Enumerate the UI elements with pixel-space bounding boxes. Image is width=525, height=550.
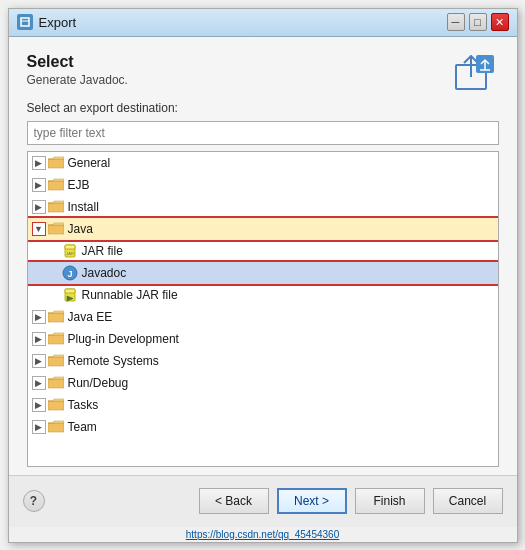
tree-label-runnable-jar: Runnable JAR file [82,288,178,302]
page-subtitle: Generate Javadoc. [27,73,451,87]
expand-plugin-dev[interactable]: ▶ [32,332,46,346]
expand-java[interactable]: ▼ [32,222,46,236]
svg-text:JAR: JAR [66,251,74,256]
expand-remote-systems[interactable]: ▶ [32,354,46,368]
title-bar: Export ─ □ ✕ [9,9,517,37]
svg-text:J: J [67,269,72,279]
expand-install[interactable]: ▶ [32,200,46,214]
folder-icon-general [48,156,64,169]
svg-rect-0 [21,18,29,26]
expand-team[interactable]: ▶ [32,420,46,434]
finish-button[interactable]: Finish [355,488,425,514]
dialog-content: Select Generate Javadoc. Select an expor… [9,37,517,475]
tree-item-runnable-jar[interactable]: Runnable JAR file [28,284,498,306]
folder-icon-tasks [48,398,64,411]
maximize-button[interactable]: □ [469,13,487,31]
window-controls: ─ □ ✕ [447,13,509,31]
window-icon [17,14,33,30]
folder-icon-team [48,420,64,433]
tree-label-team: Team [68,420,97,434]
expand-run-debug[interactable]: ▶ [32,376,46,390]
tree-item-tasks[interactable]: ▶ Tasks [28,394,498,416]
tree-item-java[interactable]: ▼ Java [28,218,498,240]
runnable-icon [62,288,78,302]
action-buttons: < Back Next > Finish Cancel [199,488,503,514]
filter-input[interactable] [27,121,499,145]
next-button[interactable]: Next > [277,488,347,514]
folder-icon-run-debug [48,376,64,389]
folder-icon-plugin-dev [48,332,64,345]
folder-icon-java-ee [48,310,64,323]
tree-item-jar-file[interactable]: JAR JAR file [28,240,498,262]
jar-icon: JAR [62,244,78,258]
export-icon-box [451,53,499,93]
export-tree[interactable]: ▶ General ▶ EJB ▶ [27,151,499,467]
back-button[interactable]: < Back [199,488,269,514]
tree-label-remote-systems: Remote Systems [68,354,159,368]
tree-label-jar-file: JAR file [82,244,123,258]
tree-item-general[interactable]: ▶ General [28,152,498,174]
minimize-button[interactable]: ─ [447,13,465,31]
expand-tasks[interactable]: ▶ [32,398,46,412]
expand-general[interactable]: ▶ [32,156,46,170]
tree-item-remote-systems[interactable]: ▶ Remote Systems [28,350,498,372]
svg-rect-8 [65,245,75,249]
tree-item-team[interactable]: ▶ Team [28,416,498,438]
tree-item-install[interactable]: ▶ Install [28,196,498,218]
folder-icon-java [48,222,64,235]
tree-label-ejb: EJB [68,178,90,192]
close-button[interactable]: ✕ [491,13,509,31]
export-window: Export ─ □ ✕ Select Generate Javadoc. [8,8,518,543]
cancel-button[interactable]: Cancel [433,488,503,514]
export-icon [454,55,496,91]
tree-item-java-ee[interactable]: ▶ Java EE [28,306,498,328]
tree-label-install: Install [68,200,99,214]
tree-item-ejb[interactable]: ▶ EJB [28,174,498,196]
tree-label-java-ee: Java EE [68,310,113,324]
tree-label-run-debug: Run/Debug [68,376,129,390]
page-title: Select [27,53,451,71]
tree-label-java: Java [68,222,93,236]
svg-rect-13 [65,289,75,293]
window-title: Export [39,15,447,30]
tree-label-general: General [68,156,111,170]
url-bar: https://blog.csdn.net/qq_45454360 [9,527,517,542]
tree-label-plugin-dev: Plug-in Development [68,332,179,346]
javadoc-icon: J [62,265,78,281]
dialog-footer: ? < Back Next > Finish Cancel [9,475,517,527]
folder-icon-remote-systems [48,354,64,367]
tree-item-javadoc[interactable]: J Javadoc [28,262,498,284]
tree-label-javadoc: Javadoc [82,266,127,280]
tree-item-plugin-dev[interactable]: ▶ Plug-in Development [28,328,498,350]
destination-label: Select an export destination: [27,101,499,115]
expand-java-ee[interactable]: ▶ [32,310,46,324]
tree-item-run-debug[interactable]: ▶ Run/Debug [28,372,498,394]
tree-label-tasks: Tasks [68,398,99,412]
folder-icon-install [48,200,64,213]
expand-ejb[interactable]: ▶ [32,178,46,192]
folder-icon-ejb [48,178,64,191]
help-button[interactable]: ? [23,490,45,512]
